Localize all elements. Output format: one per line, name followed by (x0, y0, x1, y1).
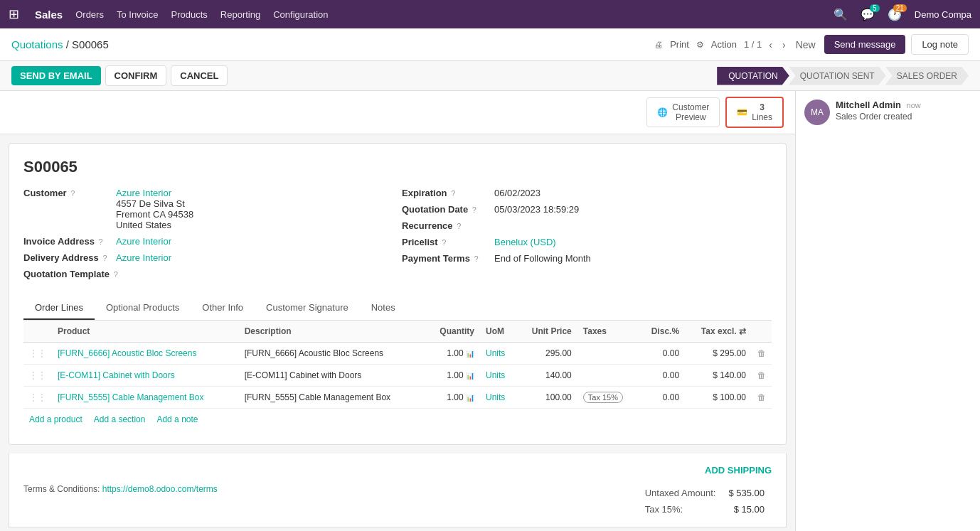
settings-icon[interactable]: ⇄ (739, 326, 746, 336)
app-name[interactable]: Sales (35, 9, 63, 21)
chart-icon[interactable]: 📊 (466, 350, 474, 358)
drag-handle[interactable]: ⋮⋮ (23, 365, 52, 387)
pricelist-value[interactable]: Benelux (USD) (494, 237, 556, 247)
customer-preview-button[interactable]: 🌐 CustomerPreview (646, 97, 720, 127)
drag-handle[interactable]: ⋮⋮ (23, 343, 52, 365)
delete-cell: 🗑 (752, 365, 772, 387)
delete-icon[interactable]: 🗑 (757, 348, 766, 358)
quantity-col-header: Quantity (425, 321, 480, 343)
disc-col-header: Disc.% (638, 321, 685, 343)
nav-configuration[interactable]: Configuration (273, 9, 328, 20)
product-link[interactable]: [E-COM11] Cabinet with Doors (58, 370, 175, 380)
nav-reporting[interactable]: Reporting (220, 9, 260, 20)
unit-price-cell: 100.00 (516, 387, 577, 409)
uom-cell: Units (480, 365, 516, 387)
taxes-col-header: Taxes (577, 321, 639, 343)
next-button[interactable]: › (779, 38, 789, 52)
confirm-button[interactable]: CONFIRM (105, 65, 167, 86)
customer-value[interactable]: Azure Interior (116, 188, 193, 198)
uom-value[interactable]: Units (486, 392, 505, 402)
cancel-button[interactable]: CANCEL (171, 65, 228, 86)
expiration-value: 06/02/2023 (494, 188, 540, 198)
tab-notes[interactable]: Notes (360, 296, 407, 320)
status-bar: QUOTATION QUOTATION SENT SALES ORDER (718, 67, 969, 85)
status-quotation[interactable]: QUOTATION (717, 67, 789, 85)
quantity-cell: 1.00 📊 (425, 387, 480, 409)
product-link[interactable]: [FURN_5555] Cable Management Box (58, 392, 203, 402)
tax-excl-cell: $ 140.00 (685, 365, 752, 387)
form-fields: Customer ? Azure Interior 4557 De Silva … (23, 188, 772, 285)
quotation-date-value: 05/03/2023 18:59:29 (494, 204, 579, 215)
add-product-link[interactable]: Add a product (29, 414, 82, 424)
nav-to-invoice[interactable]: To Invoice (117, 9, 159, 20)
tax-label: Tax 15%: (639, 502, 722, 517)
messages-icon-wrapper[interactable]: 💬 5 (861, 8, 875, 21)
search-icon[interactable]: 🔍 (833, 8, 848, 21)
nav-products[interactable]: Products (171, 9, 207, 20)
app-grid-icon[interactable]: ⊞ (9, 6, 19, 22)
chatter-sidebar: MA Mitchell Admin now Sales Order create… (795, 91, 980, 531)
unit-price-cell: 295.00 (516, 343, 577, 365)
customer-address2: Fremont CA 94538 (116, 209, 193, 220)
unit-price-col-header: Unit Price (516, 321, 577, 343)
invoice-address-value[interactable]: Azure Interior (116, 236, 171, 247)
breadcrumb-current: S00065 (72, 38, 109, 50)
tax-excl-col-header: Tax excl. ⇄ (685, 321, 752, 343)
action-button[interactable]: Action (708, 38, 740, 51)
delivery-address-value[interactable]: Azure Interior (116, 252, 171, 263)
drag-handle[interactable]: ⋮⋮ (23, 387, 52, 409)
prev-button[interactable]: ‹ (766, 38, 775, 52)
customer-field: Customer ? Azure Interior 4557 De Silva … (23, 188, 393, 230)
chatter-message: Sales Order created (836, 112, 921, 122)
chart-icon[interactable]: 📊 (466, 372, 474, 380)
globe-icon: 🌐 (657, 107, 668, 117)
delivery-address-field: Delivery Address ? Azure Interior (23, 252, 393, 263)
quotation-template-label: Quotation Template ? (23, 269, 118, 279)
gear-icon: ⚙ (696, 40, 704, 50)
new-button[interactable]: New (793, 38, 819, 52)
delete-cell: 🗑 (752, 343, 772, 365)
status-sales-order[interactable]: SALES ORDER (885, 67, 969, 85)
tab-other-info[interactable]: Other Info (191, 296, 255, 320)
log-note-button[interactable]: Log note (911, 34, 969, 55)
activity-icon-wrapper[interactable]: 🕐 21 (888, 8, 902, 21)
tab-optional-products[interactable]: Optional Products (95, 296, 191, 320)
breadcrumb-parent[interactable]: Quotations (11, 38, 63, 50)
tab-customer-signature[interactable]: Customer Signature (255, 296, 360, 320)
tax-badge: Tax 15% (583, 392, 623, 403)
page-navigation: 🖨 Print ⚙ Action 1 / 1 ‹ › New (654, 38, 819, 52)
order-lines-table: Product Description Quantity UoM Unit Pr… (23, 321, 772, 409)
description-cell: [FURN_5555] Cable Management Box (239, 387, 426, 409)
uom-cell: Units (480, 387, 516, 409)
user-name[interactable]: Demo Compa (915, 9, 971, 20)
send-email-button[interactable]: SEND BY EMAIL (11, 66, 101, 85)
tax-value: $ 15.00 (723, 502, 770, 517)
payment-terms-value: End of Following Month (494, 253, 591, 264)
delivery-address-label: Delivery Address ? (23, 252, 116, 263)
add-shipping-link[interactable]: ADD SHIPPING (705, 465, 772, 476)
untaxed-value: $ 535.00 (723, 486, 770, 500)
recurrence-label: Recurrence ? (402, 220, 494, 231)
terms-link[interactable]: https://demo8.odoo.com/terms (102, 484, 218, 494)
customer-preview-label: CustomerPreview (672, 102, 709, 122)
status-quotation-sent[interactable]: QUOTATION SENT (789, 67, 886, 85)
uom-value[interactable]: Units (486, 348, 505, 358)
nav-orders[interactable]: Orders (75, 9, 104, 20)
customer-address3: United States (116, 220, 193, 230)
taxes-cell: Tax 15% (577, 387, 639, 409)
print-button[interactable]: Print (667, 38, 692, 51)
chatter-user-name: Mitchell Admin (836, 100, 901, 110)
add-section-link[interactable]: Add a section (94, 414, 146, 424)
delete-icon[interactable]: 🗑 (757, 370, 766, 380)
send-message-button[interactable]: Send message (824, 35, 906, 54)
lines-count: 3 (752, 102, 772, 112)
uom-value[interactable]: Units (486, 370, 505, 380)
chart-icon[interactable]: 📊 (466, 394, 474, 402)
untaxed-label: Untaxed Amount: (639, 486, 722, 500)
delete-icon[interactable]: 🗑 (757, 392, 766, 402)
taxes-cell (577, 343, 639, 365)
add-note-link[interactable]: Add a note (156, 414, 198, 424)
lines-button[interactable]: 💳 3 Lines (725, 97, 784, 128)
product-link[interactable]: [FURN_6666] Acoustic Bloc Screens (58, 348, 196, 358)
tab-order-lines[interactable]: Order Lines (23, 296, 95, 320)
